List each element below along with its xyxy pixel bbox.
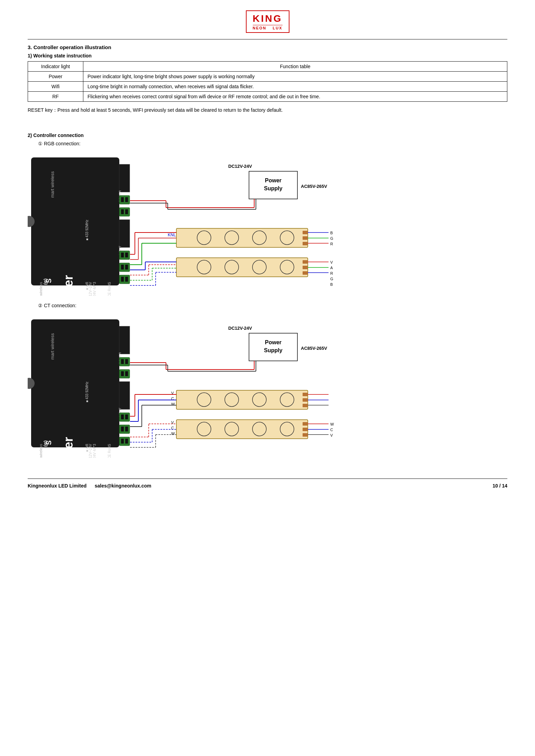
svg-rect-66 — [303, 271, 308, 275]
svg-text:W: W — [171, 402, 175, 406]
svg-text:C: C — [330, 428, 333, 432]
svg-rect-0 — [31, 157, 119, 285]
svg-text:AC85V-265V: AC85V-265V — [301, 184, 327, 189]
logo-king: KING — [253, 13, 283, 24]
function-power: Power indicator light, long-time bright … — [83, 72, 507, 82]
svg-text:AC85V-265V: AC85V-265V — [301, 346, 327, 351]
svg-text:■ Input:DC12V~24V: ■ Input:DC12V~24V — [89, 444, 92, 458]
svg-text:DC12V-24V: DC12V-24V — [228, 326, 252, 331]
svg-rect-64 — [303, 260, 308, 264]
indicator-power: Power — [28, 72, 83, 82]
svg-rect-16 — [125, 197, 128, 202]
col2-header: Function table — [83, 62, 507, 72]
svg-text:Supply: Supply — [264, 185, 282, 191]
section3-heading: 3. Controller operation illustration — [28, 44, 507, 50]
svg-text:B: B — [330, 282, 333, 286]
svg-rect-115 — [125, 371, 128, 376]
svg-rect-112 — [125, 359, 128, 364]
svg-text:LED Controller: LED Controller — [61, 275, 75, 296]
table-row: RF Flickering when receives correct cont… — [28, 92, 507, 102]
svg-text:CE RoHS: CE RoHS — [108, 282, 111, 296]
svg-rect-20 — [119, 220, 130, 247]
svg-rect-26 — [121, 265, 124, 270]
col1-header: Indicator light — [28, 62, 83, 72]
svg-text:DC12V-24V: DC12V-24V — [228, 164, 252, 169]
svg-rect-161 — [303, 433, 308, 437]
svg-rect-120 — [125, 415, 128, 419]
sub2-heading: 2) Controller connection — [28, 133, 507, 138]
svg-rect-118 — [119, 413, 130, 421]
svg-rect-12 — [119, 164, 130, 192]
ct-diagram: Smart wireless S mart wireless LED Contr… — [28, 312, 505, 458]
svg-text:Supply: Supply — [264, 347, 282, 353]
svg-text:■ 433 92MHz: ■ 433 92MHz — [85, 220, 89, 240]
svg-rect-28 — [119, 275, 130, 284]
svg-text:R: R — [330, 271, 333, 275]
svg-rect-25 — [119, 263, 130, 272]
svg-text:W: W — [330, 422, 334, 426]
svg-text:V: V — [330, 260, 333, 264]
svg-rect-110 — [119, 357, 130, 366]
svg-rect-111 — [121, 359, 124, 364]
logo-neon: NEON — [253, 26, 267, 30]
footer-left: Kingneonlux LED Limited sales@kingneonlu… — [28, 483, 151, 489]
svg-rect-15 — [121, 197, 124, 202]
svg-rect-145 — [303, 393, 308, 396]
svg-rect-14 — [119, 195, 130, 204]
rgb-label: ① RGB connection: — [38, 141, 507, 146]
svg-rect-114 — [121, 371, 124, 376]
svg-rect-50 — [303, 231, 308, 234]
svg-rect-160 — [303, 428, 308, 431]
svg-rect-159 — [303, 422, 308, 426]
svg-text:LED Controller: LED Controller — [61, 437, 75, 458]
svg-text:■ 433 92MHz: ■ 433 92MHz — [85, 382, 89, 402]
svg-rect-108 — [119, 326, 130, 354]
svg-text:Power: Power — [265, 177, 282, 183]
indicator-wifi: Wifi — [28, 82, 83, 92]
svg-rect-27 — [125, 265, 128, 270]
svg-rect-51 — [303, 236, 308, 240]
svg-text:G: G — [330, 277, 333, 281]
svg-rect-32 — [249, 171, 297, 199]
logo-lux: LUX — [273, 26, 283, 30]
svg-text:A: A — [330, 266, 333, 270]
svg-rect-23 — [121, 253, 124, 257]
svg-text:■ Input:DC12V~24V: ■ Input:DC12V~24V — [89, 282, 92, 296]
function-wifi: Long-time bright in normally connection,… — [83, 82, 507, 92]
svg-rect-22 — [119, 251, 130, 259]
reset-note: RESET key：Press and hold at least 5 seco… — [28, 107, 507, 114]
connection-section: 2) Controller connection ① RGB connectio… — [28, 133, 507, 458]
svg-rect-29 — [121, 277, 124, 282]
svg-rect-125 — [121, 439, 124, 444]
logo-box: KING NEON LUX — [246, 10, 289, 33]
svg-rect-122 — [121, 427, 124, 431]
svg-text:V: V — [330, 433, 333, 437]
svg-rect-113 — [119, 370, 130, 378]
indicator-table: Indicator light Function table Power Pow… — [28, 61, 507, 102]
svg-text:W: W — [171, 431, 175, 436]
logo-sub: NEON LUX — [253, 25, 283, 30]
svg-rect-124 — [119, 437, 130, 446]
ct-label: ② CT connection: — [38, 303, 507, 308]
svg-text:R: R — [330, 242, 333, 246]
function-rf: Flickering when receives correct control… — [83, 92, 507, 102]
svg-text:■ Output:DC12V~24V  4A*3: ■ Output:DC12V~24V 4A*3 — [93, 444, 96, 458]
svg-rect-128 — [249, 333, 297, 361]
svg-rect-121 — [119, 425, 130, 434]
logo-container: KING NEON LUX — [28, 10, 507, 33]
sub1-heading: 1) Working state instruction — [28, 53, 507, 58]
rgb-diagram: Smart wireless S mart wireless LED Contr… — [28, 151, 505, 296]
svg-rect-65 — [303, 266, 308, 269]
svg-text:mart wireless: mart wireless — [50, 171, 55, 198]
svg-rect-24 — [125, 253, 128, 257]
svg-text:G: G — [330, 236, 333, 240]
svg-text:■ Output:DC12V~24V  4A*3: ■ Output:DC12V~24V 4A*3 — [93, 282, 96, 296]
table-row: Wifi Long-time bright in normally connec… — [28, 82, 507, 92]
company-name: Kingneonlux LED Limited — [28, 483, 86, 489]
svg-rect-147 — [303, 404, 308, 407]
svg-rect-146 — [303, 398, 308, 402]
svg-rect-126 — [125, 439, 128, 444]
svg-rect-96 — [31, 319, 119, 447]
svg-text:WijFi (φ): WijFi (φ) — [43, 440, 48, 458]
svg-rect-30 — [125, 277, 128, 282]
